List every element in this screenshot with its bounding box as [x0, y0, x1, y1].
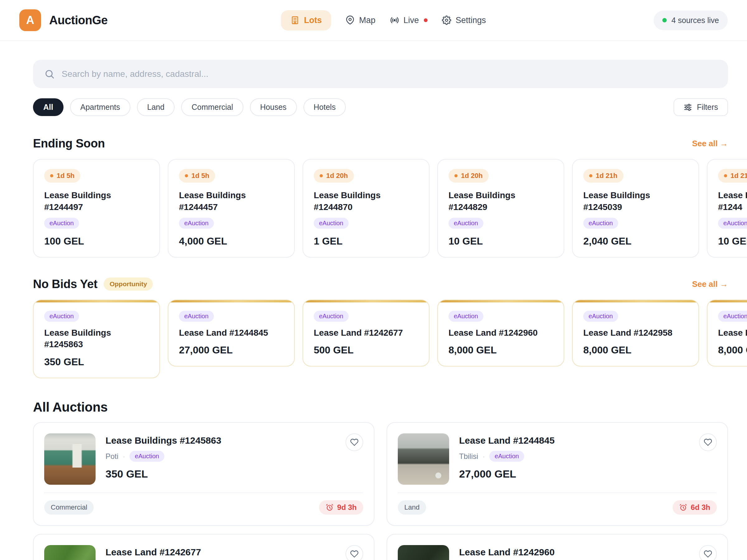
category-chips-row: All Apartments Land Commercial Houses Ho… [33, 98, 728, 116]
map-pin-icon [345, 16, 355, 25]
building-icon [290, 16, 300, 25]
auction-card[interactable]: 1d 21h Lease Buildings #1245039 eAuction… [572, 159, 699, 258]
chip-all[interactable]: All [33, 98, 63, 116]
filters-button-label: Filters [697, 103, 718, 112]
lot-image [44, 433, 96, 485]
time-left-label: 1d 20h [461, 172, 483, 180]
timer-dot-icon [589, 174, 592, 177]
chip-houses[interactable]: Houses [250, 98, 297, 116]
nav-live[interactable]: Live [390, 16, 428, 25]
lot-title: Lease Land #1242677 [314, 327, 405, 339]
app-header: A AuctionGe Lots Map Live [0, 0, 747, 41]
time-left-label: 1d 5h [57, 172, 74, 180]
meta-separator: · [483, 452, 485, 461]
time-left-label: 6d 3h [691, 503, 710, 512]
alarm-clock-icon [326, 503, 334, 511]
eauction-tag: eAuction [448, 311, 483, 322]
auction-card[interactable]: 1d 20h Lease Buildings #1244829 eAuction… [437, 159, 564, 258]
favorite-button[interactable] [345, 433, 363, 451]
time-left-pill: 9d 3h [319, 500, 363, 514]
lot-price: 1 GEL [314, 236, 418, 247]
see-all-ending-soon[interactable]: See all → [692, 139, 728, 149]
chip-hotels[interactable]: Hotels [304, 98, 346, 116]
auction-card[interactable]: eAuction Lease Land #1242960 8,000 GEL [437, 300, 564, 367]
alarm-clock-icon [679, 503, 687, 511]
timer-dot-icon [455, 174, 458, 177]
auction-card[interactable]: Lease Land #1242677 eAuction 500 GEL [33, 534, 375, 560]
chip-apartments[interactable]: Apartments [70, 98, 130, 116]
lot-price: 4,000 GEL [179, 236, 284, 247]
auction-card[interactable]: eAuction Lease Land #1242958 8,000 GEL [572, 300, 699, 367]
favorite-button[interactable] [699, 545, 717, 560]
section-title-all-auctions: All Auctions [33, 400, 108, 415]
lot-price: 100 GEL [44, 236, 149, 247]
ending-soon-carousel: 1d 5h Lease Buildings #1244497 eAuction … [0, 159, 747, 258]
lot-title: Lease Buildings #1245039 [583, 189, 674, 213]
auction-card[interactable]: eAuction Lease Land #1242677 500 GEL [303, 300, 430, 367]
favorite-button[interactable] [699, 433, 717, 451]
time-left-badge: 1d 5h [179, 169, 215, 183]
search-bar [33, 60, 728, 88]
auction-card[interactable]: Lease Buildings #1245863 Poti · eAuction… [33, 422, 375, 526]
heart-icon [704, 438, 712, 447]
auction-card[interactable]: eAuction Lease Buildings #1245863 350 GE… [33, 300, 160, 379]
lot-price: 2,040 GEL [583, 236, 688, 247]
lot-title: Lease Buildings #1245863 [44, 327, 135, 351]
nav-lots-label: Lots [304, 16, 322, 25]
brand-title: AuctionGe [49, 14, 108, 27]
lot-price: 350 GEL [44, 356, 149, 368]
brand-logo[interactable]: A [19, 9, 41, 31]
search-icon [44, 69, 55, 79]
favorite-button[interactable] [345, 545, 363, 560]
chip-land[interactable]: Land [137, 98, 175, 116]
search-input[interactable] [61, 69, 717, 79]
lot-title: Lease Buildings #1244870 [314, 189, 405, 213]
time-left-badge: 1d 21h [718, 169, 747, 183]
eauction-tag: eAuction [718, 218, 747, 229]
broadcast-icon [390, 16, 399, 25]
auction-card[interactable]: 1d 21h Lease Buildings #1244 eAuction 10… [707, 159, 747, 258]
nav-settings[interactable]: Settings [442, 16, 486, 25]
time-left-badge: 1d 21h [583, 169, 623, 183]
auction-card[interactable]: Lease Land #1244845 Tbilisi · eAuction 2… [387, 422, 728, 526]
lot-title: Lease Land #1242 [718, 327, 747, 339]
lot-title: Lease Buildings #1244 [718, 189, 747, 213]
lot-image [398, 433, 449, 485]
see-all-no-bids[interactable]: See all → [692, 279, 728, 289]
nav-map[interactable]: Map [345, 16, 376, 25]
lot-price: 500 GEL [314, 344, 418, 356]
lot-title: Lease Land #1242677 [105, 547, 201, 558]
filters-button[interactable]: Filters [673, 98, 728, 116]
eauction-tag: eAuction [448, 218, 483, 229]
lot-title: Lease Buildings #1244457 [179, 189, 270, 213]
lot-location: Tbilisi [459, 452, 478, 461]
nav-map-label: Map [359, 16, 376, 25]
timer-dot-icon [724, 174, 727, 177]
nav-lots[interactable]: Lots [281, 10, 331, 30]
auction-card[interactable]: 1d 20h Lease Buildings #1244870 eAuction… [303, 159, 430, 258]
time-left-label: 1d 21h [730, 172, 747, 180]
lot-title: Lease Buildings #1244829 [448, 189, 539, 213]
eauction-tag: eAuction [314, 311, 349, 322]
auction-card[interactable]: eAuction Lease Land #1244845 27,000 GEL [168, 300, 295, 367]
auction-card[interactable]: Lease Land #1242960 eAuction 8,000 GEL [387, 534, 728, 560]
lot-title: Lease Land #1242958 [583, 327, 674, 339]
lot-price: 8,000 GEL [718, 344, 747, 356]
no-bids-carousel: eAuction Lease Buildings #1245863 350 GE… [0, 300, 747, 379]
auction-card[interactable]: eAuction Lease Land #1242 8,000 GEL [707, 300, 747, 367]
auction-card[interactable]: 1d 5h Lease Buildings #1244457 eAuction … [168, 159, 295, 258]
online-dot-icon [662, 18, 667, 22]
sources-status-pill: 4 sources live [654, 10, 728, 30]
lot-image [44, 545, 96, 560]
all-auctions-grid: Lease Buildings #1245863 Poti · eAuction… [33, 422, 728, 560]
lot-title: Lease Buildings #1245863 [105, 435, 221, 446]
primary-nav: Lots Map Live Settings [281, 10, 486, 30]
lot-title: Lease Land #1244845 [459, 435, 555, 446]
auction-card[interactable]: 1d 5h Lease Buildings #1244497 eAuction … [33, 159, 160, 258]
eauction-tag: eAuction [314, 218, 349, 229]
eauction-tag: eAuction [129, 451, 164, 462]
category-badge: Land [398, 500, 426, 514]
time-left-badge: 1d 20h [314, 169, 354, 183]
nav-live-label: Live [403, 16, 419, 25]
chip-commercial[interactable]: Commercial [181, 98, 243, 116]
